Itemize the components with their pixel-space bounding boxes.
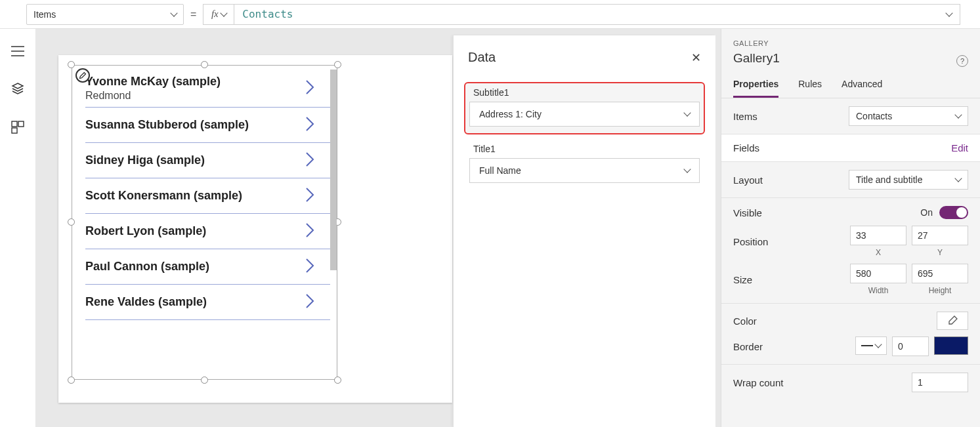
gallery-list: Yvonne McKay (sample)RedmondSusanna Stub… [72,66,330,379]
prop-wrap-row: Wrap count 1 [721,365,980,400]
canvas[interactable]: Yvonne McKay (sample)RedmondSusanna Stub… [36,29,721,427]
gallery-selection[interactable]: Yvonne McKay (sample)RedmondSusanna Stub… [72,65,337,380]
chevron-down-icon [945,9,952,16]
position-y-input[interactable]: 27 [912,226,968,245]
tab-properties[interactable]: Properties [733,79,778,98]
chevron-right-icon[interactable] [304,186,316,206]
chevron-right-icon[interactable] [304,115,316,135]
formula-bar: Items = fx Contacts [0,0,980,29]
chevron-down-icon [954,174,962,182]
scrollbar[interactable] [330,66,337,379]
gallery-item[interactable]: Robert Lyon (sample) [85,214,330,249]
prop-position-row: Position 33 X 27 Y [733,226,968,257]
control-name: Gallery1 [733,51,968,66]
gallery-item[interactable]: Paul Cannon (sample) [85,249,330,285]
border-width-input[interactable]: 0 [892,336,929,356]
prop-fields-label: Fields [733,142,951,153]
prop-size-label: Size [733,274,850,285]
prop-visible-value: On [920,207,933,218]
prop-color-row: Color [733,312,968,330]
tab-rules[interactable]: Rules [798,79,822,98]
wrap-count-input[interactable]: 1 [912,373,968,392]
formula-expression-text: Contacts [242,8,293,20]
tab-advanced[interactable]: Advanced [842,79,882,98]
gallery-item[interactable]: Susanna Stubberod (sample) [85,108,330,143]
prop-layout-select[interactable]: Title and subtitle [849,170,968,190]
left-tool-rail [0,29,36,427]
border-color-picker[interactable] [934,336,968,355]
prop-wrap-label: Wrap count [733,377,912,388]
fx-icon: fx [211,9,219,20]
prop-items-select[interactable]: Contacts [849,106,968,126]
size-width-label: Width [868,286,889,295]
scrollbar-thumb[interactable] [330,70,337,270]
gallery-item-title: Rene Valdes (sample) [85,295,304,309]
data-pane: Data ✕ Subtitle1 Address 1: City Title1 … [453,35,715,427]
close-icon[interactable]: ✕ [691,51,701,65]
properties-tabs: Properties Rules Advanced [721,70,980,98]
hamburger-icon[interactable] [11,46,24,58]
prop-visible-row: Visible On [733,206,968,219]
formula-property-select[interactable]: Items [26,4,184,25]
size-height-label: Height [929,286,952,295]
prop-border-row: Border 0 [733,336,968,356]
components-icon[interactable] [11,121,24,136]
chevron-down-icon [683,165,691,173]
svg-rect-2 [12,128,17,133]
gallery-item-title: Robert Lyon (sample) [85,224,304,238]
prop-layout-value: Title and subtitle [856,174,922,185]
gallery-item[interactable]: Scott Konersmann (sample) [85,178,330,214]
chevron-right-icon[interactable] [304,221,316,241]
formula-input[interactable]: Contacts [234,4,960,25]
color-picker[interactable] [937,312,968,330]
chevron-down-icon [954,111,962,118]
fx-button[interactable]: fx [203,4,234,25]
prop-items-label: Items [733,111,849,122]
position-y-label: Y [937,248,943,257]
size-height-input[interactable]: 695 [912,264,968,283]
gallery-item-title: Sidney Higa (sample) [85,153,304,167]
prop-visible-label: Visible [733,207,920,218]
svg-rect-1 [18,121,24,127]
help-icon[interactable]: ? [956,55,968,67]
gallery-item[interactable]: Yvonne McKay (sample)Redmond [85,66,330,108]
chevron-down-icon [874,340,882,348]
gallery-item-title: Scott Konersmann (sample) [85,189,304,203]
gallery-item[interactable]: Sidney Higa (sample) [85,143,330,178]
chevron-right-icon[interactable] [304,292,316,312]
control-category: GALLERY [733,39,968,47]
prop-items-row: Items Contacts [721,98,980,134]
title-field-select[interactable]: Full Name [469,158,700,183]
chevron-right-icon[interactable] [304,78,316,98]
subtitle-field-select[interactable]: Address 1: City [469,102,700,127]
edit-template-icon[interactable] [75,68,90,83]
visible-toggle[interactable] [939,206,968,219]
chevron-right-icon[interactable] [304,256,316,277]
svg-rect-0 [12,121,17,127]
gallery-item-subtitle: Redmond [85,90,304,102]
gallery-item-title: Yvonne McKay (sample) [85,75,304,89]
prop-color-label: Color [733,315,937,327]
gallery-item-title: Susanna Stubberod (sample) [85,118,304,132]
chevron-down-icon [683,109,691,116]
chevron-down-icon [170,9,177,16]
prop-fields-edit-link[interactable]: Edit [951,142,968,153]
chevron-right-icon[interactable] [304,150,316,171]
position-x-label: X [876,248,881,257]
properties-pane: GALLERY Gallery1 ? Properties Rules Adva… [721,29,980,427]
layers-icon[interactable] [11,82,24,97]
title-field-label: Title1 [473,144,700,154]
prop-border-label: Border [733,341,855,352]
position-x-input[interactable]: 33 [850,226,906,245]
title-field-box: Title1 Full Name [464,138,705,191]
gallery-item[interactable]: Rene Valdes (sample) [85,285,330,320]
prop-items-value: Contacts [856,111,892,121]
data-pane-title: Data [468,50,496,65]
chevron-down-icon [220,9,227,16]
subtitle-field-label: Subtitle1 [473,87,700,98]
screen: Yvonne McKay (sample)RedmondSusanna Stub… [58,55,452,403]
border-style-select[interactable] [855,336,887,355]
prop-layout-label: Layout [733,174,849,186]
equals-sign: = [190,9,196,20]
size-width-input[interactable]: 580 [850,264,906,283]
